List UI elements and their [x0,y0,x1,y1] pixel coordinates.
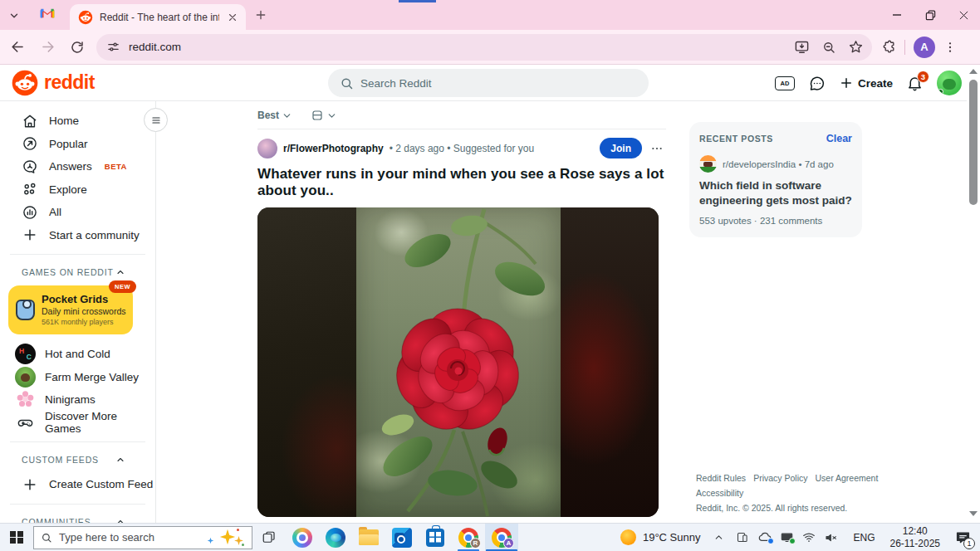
window-restore-button[interactable] [914,0,947,30]
onedrive-icon[interactable] [757,532,772,543]
post-overflow-menu[interactable] [648,142,666,155]
sidebar-item-all[interactable]: All [0,201,155,224]
wifi-icon[interactable] [802,532,816,543]
scrollbar-thumb[interactable] [969,80,978,205]
reddit-wordmark: reddit [44,71,95,94]
sidebar-item-farm-merge-valley[interactable]: Farm Merge Valley [0,366,155,389]
games-section-header[interactable]: GAMES ON REDDIT [0,262,155,282]
tray-chevron-up[interactable] [713,532,724,543]
volume-muted-icon[interactable] [825,532,838,544]
sidebar-item-discover-more-games[interactable]: Discover More Games [0,412,155,435]
extensions-puzzle-icon[interactable] [880,39,896,55]
window-accent-bar [399,0,436,2]
start-button[interactable] [0,524,33,551]
pocket-grids-promo-card[interactable]: NEW Pocket Grids Daily mini crosswords 5… [8,285,133,334]
reddit-search-bar[interactable]: Search Reddit [328,69,649,97]
sidebar-item-create-custom-feed[interactable]: Create Custom Feed [0,473,155,496]
screen: Reddit - The heart of the intern [0,0,980,551]
gmail-pinned-tab[interactable] [40,7,56,24]
taskbar-app-chrome-profile-a[interactable]: A [485,524,518,551]
taskbar-app-store[interactable] [419,524,452,551]
taskbar-app-copilot[interactable] [286,524,319,551]
chevron-up-icon[interactable] [115,267,125,277]
taskbar-app-chrome-profile-r[interactable]: R [452,524,485,551]
footer-link-accessibility[interactable]: Accessibility [696,488,743,498]
chevron-up-icon[interactable] [115,517,125,524]
notification-center-button[interactable]: 1 [948,524,977,551]
install-icon[interactable] [794,39,810,55]
subreddit-name[interactable]: r/FlowerPhotography [283,143,384,154]
tab-search-button[interactable] [8,7,27,25]
chevron-up-icon[interactable] [115,455,125,465]
communities-section-header[interactable]: COMMUNITIES [0,512,155,524]
taskbar-search-box[interactable]: Type here to search [33,526,252,549]
tab-close-icon[interactable] [226,11,239,24]
create-button[interactable]: Create [839,76,893,90]
explore-icon [22,181,38,197]
browser-tab-reddit[interactable]: Reddit - The heart of the intern [70,4,246,30]
sidebar-item-label: Farm Merge Valley [45,371,139,383]
advertise-icon[interactable]: AD [775,76,795,90]
back-button[interactable] [5,35,30,60]
footer-link-user-agreement[interactable]: User Agreement [815,473,878,483]
recent-post-title[interactable]: Which field in software engineering gets… [699,178,852,208]
image-blur-right [559,207,659,517]
new-tab-button[interactable] [254,7,271,23]
page-scrollbar[interactable] [967,66,980,523]
feed-column: Best r/FlowerPhotography • 2 days ago • … [257,101,673,523]
view-layout-dropdown[interactable] [311,109,337,122]
kebab-menu-icon[interactable] [943,41,957,54]
beta-badge: BETA [105,162,127,171]
sidebar-item-home[interactable]: Home [0,110,155,133]
post-title[interactable]: Whatever runs in your mind when you see … [257,166,664,199]
bookmark-star-icon[interactable] [848,39,864,55]
weather-text[interactable]: 19°C Sunny [643,531,701,544]
taskbar-clock[interactable]: 12:40 26-11-2025 [890,525,941,550]
footer-link-reddit-rules[interactable]: Reddit Rules [696,473,746,483]
weather-sun-icon[interactable] [620,529,636,545]
scrollbar-up-arrow[interactable] [969,69,978,76]
chat-icon[interactable] [808,75,826,92]
browser-profile-avatar[interactable]: A [914,37,935,58]
sidebar-item-answers[interactable]: Answers BETA [0,155,155,178]
reddit-user-avatar[interactable] [937,71,962,95]
window-close-button[interactable] [947,0,980,30]
sort-label: Best [257,110,279,121]
forward-button[interactable] [35,35,60,60]
sidebar-divider [10,441,145,442]
url-bar[interactable]: reddit.com [96,34,872,61]
join-button[interactable]: Join [600,138,642,158]
sidebar-item-explore[interactable]: Explore [0,178,155,202]
taskbar-app-file-explorer[interactable] [352,524,385,551]
recent-post-item[interactable]: r/developersIndia • 7d ago Which field i… [699,155,852,226]
taskbar-app-edge[interactable] [319,524,352,551]
window-minimize-button[interactable] [880,0,914,30]
subreddit-avatar[interactable] [257,139,277,158]
sidebar-item-popular[interactable]: Popular [0,133,155,156]
notifications-button[interactable]: 3 [906,75,924,92]
task-view-button[interactable] [252,524,286,551]
clear-recent-posts-link[interactable]: Clear [826,133,852,144]
post-image[interactable] [257,207,659,517]
window-controls [880,0,980,30]
sidebar-collapse-button[interactable] [144,108,168,132]
reload-button[interactable] [65,35,90,60]
browser-tab-strip: Reddit - The heart of the intern [0,0,980,30]
sidebar-divider [10,504,145,505]
your-phone-icon[interactable] [736,531,748,544]
url-text[interactable]: reddit.com [129,41,794,53]
sidebar-item-hot-and-cold[interactable]: H C Hot and Cold [0,343,155,366]
footer-link-privacy-policy[interactable]: Privacy Policy [753,473,807,483]
language-indicator[interactable]: ENG [853,532,875,544]
zoom-icon[interactable] [821,40,836,55]
chevron-down-icon [282,110,292,121]
scrollbar-down-arrow[interactable] [969,511,978,518]
reddit-logo[interactable]: reddit [12,70,95,96]
rose-illustration [356,207,561,517]
sidebar-item-start-community[interactable]: Start a community [0,224,155,247]
sort-dropdown[interactable]: Best [257,110,292,121]
custom-feeds-section-header[interactable]: CUSTOM FEEDS [0,450,155,470]
sidebar-item-ninigrams[interactable]: Ninigrams [0,388,155,412]
display-status-icon[interactable] [781,532,793,543]
taskbar-app-outlook[interactable] [385,524,419,551]
